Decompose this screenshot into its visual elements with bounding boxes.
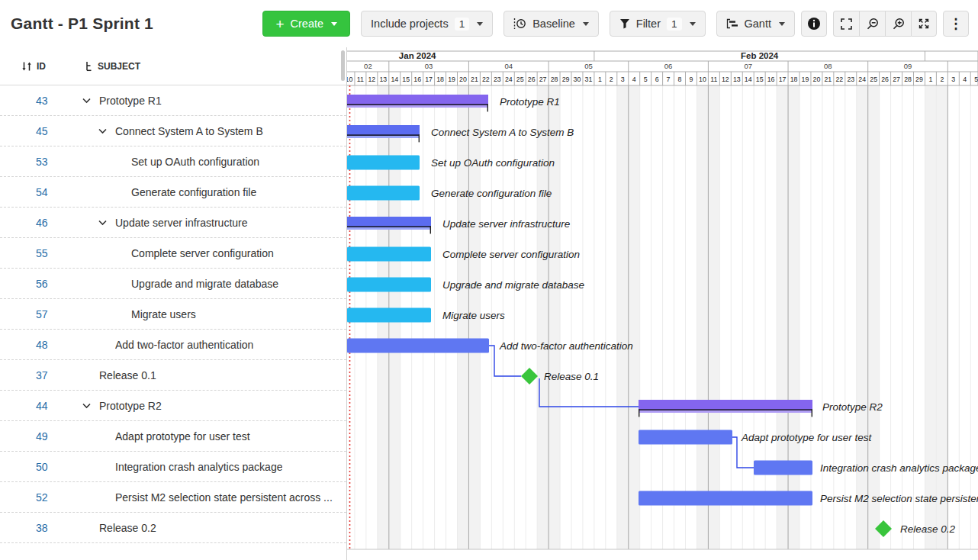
gantt-task-bar[interactable]	[347, 186, 420, 201]
work-package-subject[interactable]: Persist M2 selection state persistent ac…	[115, 491, 333, 504]
work-package-id-link[interactable]: 56	[36, 278, 48, 290]
gantt-task-bar[interactable]	[639, 430, 732, 445]
work-package-subject[interactable]: Adapt prototype for user test	[115, 430, 250, 443]
work-package-subject[interactable]: Connect System A to System B	[115, 125, 263, 137]
work-package-subject[interactable]: Prototype R1	[99, 95, 162, 107]
table-row[interactable]: 53Set up OAuth configuration	[0, 146, 346, 177]
week-number-label: 09	[904, 62, 912, 70]
filter-button[interactable]: Filter 1	[610, 11, 706, 37]
gantt-task-bar[interactable]	[347, 308, 431, 323]
day-number-label: 17	[425, 76, 433, 83]
work-package-subject[interactable]: Prototype R2	[99, 400, 162, 412]
info-button[interactable]	[801, 11, 827, 37]
day-number-label: 21	[471, 76, 478, 83]
weekend-stripe	[777, 85, 788, 549]
work-package-subject[interactable]: Release 0.2	[99, 522, 156, 534]
gantt-task-bar[interactable]	[347, 156, 420, 170]
work-package-subject[interactable]: Migrate users	[131, 308, 196, 320]
work-package-subject[interactable]: Set up OAuth configuration	[131, 156, 259, 168]
day-number-label: 5	[974, 76, 978, 83]
baseline-button[interactable]: Baseline	[503, 11, 599, 37]
zoom-auto-button[interactable]	[911, 11, 937, 37]
chevron-down-icon	[331, 22, 337, 26]
gantt-task-bar[interactable]	[754, 461, 812, 475]
collapse-chevron-icon[interactable]	[82, 98, 91, 103]
more-options-button[interactable]: ⋮	[943, 11, 969, 37]
weekend-stripe	[537, 85, 549, 549]
table-row[interactable]: 37Release 0.1	[0, 360, 346, 391]
table-row[interactable]: 55Complete server configuration	[0, 238, 346, 269]
weekend-stripe	[925, 85, 936, 549]
zoom-out-button[interactable]	[859, 11, 885, 37]
fullscreen-icon	[841, 18, 852, 30]
gantt-task-bar[interactable]	[639, 491, 812, 506]
work-package-id-link[interactable]: 48	[36, 339, 48, 351]
gantt-bar-label: Migrate users	[442, 310, 505, 321]
work-package-subject[interactable]: Upgrade and migrate database	[131, 278, 278, 290]
table-row[interactable]: 56Upgrade and migrate database	[0, 269, 346, 299]
work-package-subject[interactable]: Complete server configuration	[131, 247, 274, 259]
table-row[interactable]: 54Generate configuration file	[0, 177, 346, 208]
gantt-bar-label: Release 0.1	[544, 371, 599, 382]
collapse-chevron-icon[interactable]	[82, 403, 91, 408]
day-number-label: 10	[347, 76, 352, 83]
table-row[interactable]: 38Release 0.2	[0, 513, 346, 543]
collapse-chevron-icon[interactable]	[98, 128, 107, 134]
work-package-id-link[interactable]: 38	[36, 522, 48, 534]
work-package-subject[interactable]: Integration crash analytics package	[115, 461, 282, 473]
work-package-id-link[interactable]: 50	[36, 461, 48, 473]
fullscreen-button[interactable]	[833, 11, 859, 37]
table-row[interactable]: 57Migrate users	[0, 299, 346, 330]
include-projects-button[interactable]: Include projects 1	[361, 11, 493, 37]
table-row[interactable]: 46Update server infrastructure	[0, 208, 346, 238]
day-number-label: 16	[413, 76, 421, 83]
column-header-id[interactable]: ID	[21, 61, 46, 72]
table-row[interactable]: 48Add two-factor authentication	[0, 330, 346, 360]
week-number-label: 02	[364, 62, 372, 70]
work-package-subject[interactable]: Update server infrastructure	[115, 217, 248, 229]
gantt-view-button[interactable]: Gantt	[716, 11, 795, 37]
work-package-subject[interactable]: Add two-factor authentication	[115, 339, 253, 351]
sort-icon	[21, 61, 32, 72]
weekend-stripe	[708, 85, 719, 549]
weekend-stripe	[936, 85, 947, 549]
baseline-clock-icon	[513, 18, 526, 30]
work-package-id-link[interactable]: 52	[36, 491, 48, 504]
work-package-subject[interactable]: Release 0.1	[99, 369, 156, 381]
gantt-chart-icon	[726, 18, 738, 29]
work-package-subject[interactable]: Generate configuration file	[131, 186, 256, 198]
work-package-id-link[interactable]: 55	[36, 247, 48, 259]
table-row[interactable]: 49Adapt prototype for user test	[0, 421, 346, 452]
gantt-summary-bar-line	[639, 409, 812, 410]
gantt-summary-bar-underlay	[347, 105, 488, 108]
work-package-id-link[interactable]: 53	[36, 156, 48, 168]
column-header-id-label: ID	[37, 61, 46, 72]
gantt-task-bar[interactable]	[347, 278, 431, 292]
scrollbar-thumb[interactable]	[341, 50, 345, 81]
day-number-label: 25	[870, 76, 877, 83]
table-row[interactable]: 45Connect System A to System B	[0, 116, 346, 146]
column-header-subject[interactable]: SUBJECT	[85, 61, 140, 72]
work-package-id-link[interactable]: 44	[36, 400, 48, 412]
create-button[interactable]: + Create	[262, 11, 350, 37]
work-package-id-link[interactable]: 43	[36, 95, 48, 107]
milestone-diamond[interactable]	[521, 368, 538, 385]
table-row[interactable]: 52Persist M2 selection state persistent …	[0, 482, 346, 513]
work-package-id-link[interactable]: 46	[36, 217, 48, 229]
gantt-task-bar[interactable]	[347, 247, 431, 262]
work-package-id-link[interactable]: 54	[36, 186, 48, 198]
gantt-summary-end-tick	[812, 409, 812, 417]
work-package-id-link[interactable]: 49	[36, 430, 48, 443]
collapse-chevron-icon[interactable]	[98, 220, 107, 225]
gantt-task-bar[interactable]	[347, 339, 489, 353]
work-package-id-link[interactable]: 37	[36, 369, 48, 381]
table-row[interactable]: 44Prototype R2	[0, 391, 346, 421]
table-row[interactable]: 50Integration crash analytics package	[0, 452, 346, 482]
work-package-id-link[interactable]: 57	[36, 308, 48, 320]
day-number-label: 25	[516, 76, 524, 83]
work-package-id-link[interactable]: 45	[36, 125, 48, 137]
day-number-label: 14	[745, 76, 752, 83]
day-number-label: 15	[756, 76, 764, 83]
table-row[interactable]: 43Prototype R1	[0, 85, 346, 116]
zoom-in-button[interactable]	[885, 11, 911, 37]
